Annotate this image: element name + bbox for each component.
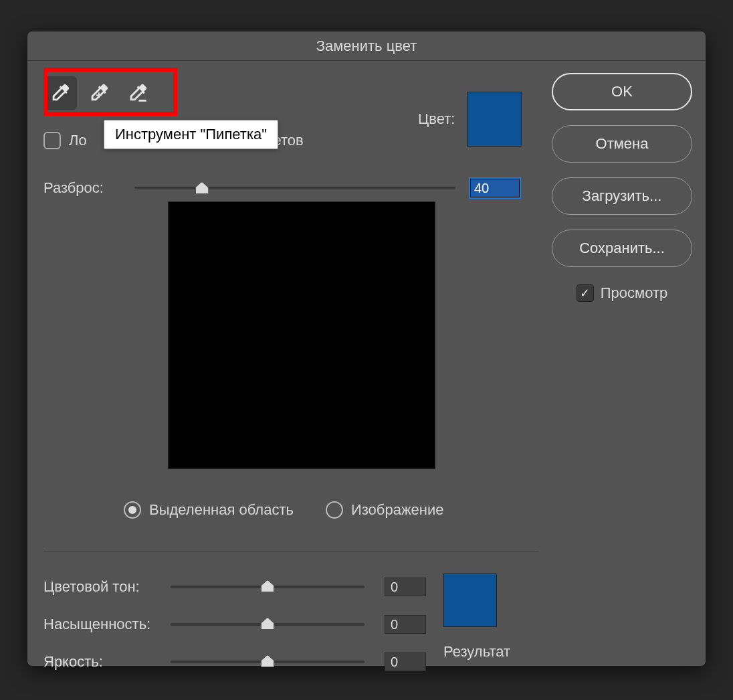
preview-checkbox[interactable]: ✓ — [577, 284, 594, 302]
divider — [43, 551, 538, 551]
svg-rect-0 — [138, 100, 146, 102]
hue-slider[interactable] — [171, 586, 364, 588]
localized-clusters-checkbox[interactable] — [43, 132, 61, 149]
fuzziness-label: Разброс: — [43, 179, 121, 197]
fuzziness-slider-thumb[interactable] — [195, 182, 209, 194]
saturation-slider-thumb[interactable] — [261, 618, 274, 630]
preview-mode-image-radio[interactable] — [326, 501, 343, 519]
hue-slider-thumb[interactable] — [261, 580, 274, 592]
selection-preview — [168, 201, 435, 469]
hue-input[interactable] — [385, 578, 426, 596]
replace-color-dialog: Заменить цвет OK Отмена Загрузить... Сох… — [27, 31, 706, 667]
eyedropper-tool[interactable] — [43, 76, 77, 110]
result-color-swatch[interactable] — [443, 574, 497, 627]
fuzziness-input[interactable] — [469, 177, 521, 199]
eyedropper-minus-icon — [126, 82, 149, 104]
lightness-input[interactable] — [385, 652, 426, 671]
preview-mode-selection-radio[interactable] — [124, 501, 141, 519]
load-button[interactable]: Загрузить... — [552, 177, 692, 215]
preview-mode-image-label: Изображение — [351, 501, 444, 519]
eyedropper-icon — [49, 82, 72, 104]
lightness-slider-thumb[interactable] — [261, 655, 274, 667]
preview-mode-selection-label: Выделенная область — [149, 501, 294, 519]
fuzziness-slider[interactable] — [134, 187, 455, 189]
ok-button[interactable]: OK — [552, 73, 692, 110]
eyedropper-plus-icon — [88, 82, 110, 104]
hue-label: Цветовой тон: — [43, 578, 171, 596]
result-label: Результат — [443, 643, 510, 661]
source-color-swatch[interactable] — [467, 92, 522, 147]
saturation-slider[interactable] — [171, 623, 364, 626]
source-color-label: Цвет: — [418, 110, 455, 128]
cancel-button[interactable]: Отмена — [552, 125, 692, 163]
eyedropper-add-tool[interactable] — [82, 76, 116, 110]
save-button[interactable]: Сохранить... — [552, 230, 692, 267]
dialog-buttons-column: OK Отмена Загрузить... Сохранить... ✓ Пр… — [552, 73, 692, 302]
main-panel: Инструмент "Пипетка" Ло ветов Цвет: Разб… — [43, 73, 538, 666]
saturation-input[interactable] — [385, 615, 426, 634]
localized-label-partial: Ло — [69, 132, 87, 149]
eyedropper-tooltip: Инструмент "Пипетка" — [104, 120, 278, 149]
saturation-label: Насыщенность: — [43, 616, 171, 633]
lightness-slider[interactable] — [171, 661, 364, 663]
dialog-title: Заменить цвет — [27, 31, 706, 61]
eyedropper-subtract-tool[interactable] — [121, 76, 154, 110]
lightness-label: Яркость: — [43, 653, 171, 671]
preview-checkbox-label: Просмотр — [601, 284, 667, 302]
